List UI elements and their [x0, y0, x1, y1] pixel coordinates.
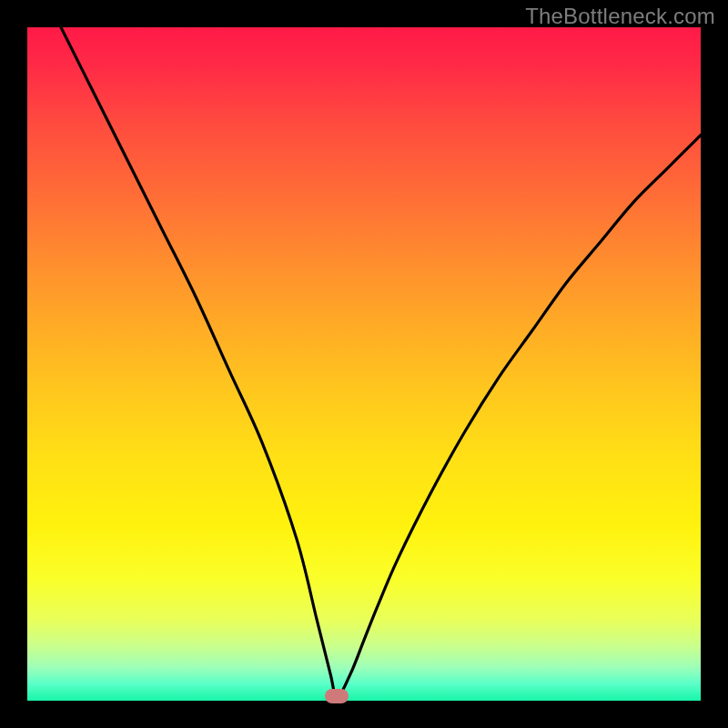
watermark-text: TheBottleneck.com	[525, 4, 715, 29]
chart-frame: TheBottleneck.com	[0, 0, 728, 728]
bottleneck-curve	[27, 27, 701, 701]
plot-area	[27, 27, 701, 701]
curve-path	[61, 27, 701, 697]
minimum-marker	[325, 689, 349, 703]
